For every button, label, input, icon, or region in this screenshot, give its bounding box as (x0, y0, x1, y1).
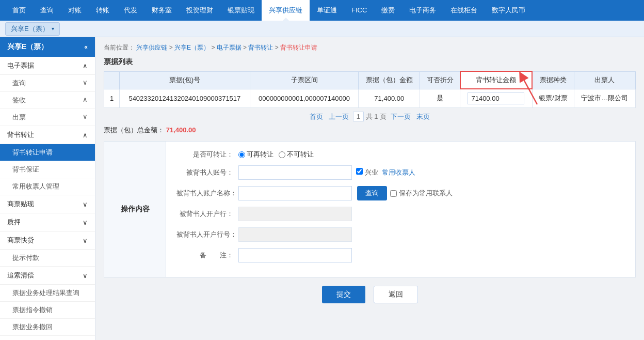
pagination: 首页 上一页 1 共 1 页 下一页 末页 (104, 112, 636, 121)
common-payee-link[interactable]: 常用收票人 (382, 168, 415, 176)
sidebar-section-quickloan[interactable]: 商票快贷 ∨ (0, 231, 95, 250)
nav-docs[interactable]: 单证通 (310, 0, 344, 21)
total-pages: 共 1 页 (366, 113, 387, 120)
ticket-table-wrapper: 票据(包)号 子票区间 票据（包）金额 可否折分 背书转让金额 票据种类 出票人… (104, 71, 636, 108)
breadcrumb-supply-chain[interactable]: 兴享供应链 (136, 44, 167, 51)
col-amount: 票据（包）金额 (359, 71, 420, 89)
sidebar-item-query[interactable]: 查询 ∨ (0, 75, 95, 92)
first-page-link[interactable]: 首页 (310, 113, 323, 120)
table-row: 1 540233201241320240109000371517 0000000… (104, 89, 636, 108)
sidebar: 兴享E（票） « 电子票据 ∧ 查询 ∨ 签收 ∧ 出票 ∨ 背书转让 ∧ 背书… (0, 37, 95, 340)
col-can-split: 可否折分 (420, 71, 460, 89)
nav-counter[interactable]: 在线柜台 (443, 0, 485, 21)
sidebar-item-revoke[interactable]: 票据指令撤销 (0, 302, 95, 319)
radio-transferable: 可再转让 不可转让 (238, 150, 314, 159)
nav-bills[interactable]: 银票贴现 (220, 0, 262, 21)
breadcrumb-ticket[interactable]: 兴享E（票） (174, 44, 210, 51)
cell-transfer-amount (460, 89, 532, 108)
ticket-table: 票据(包)号 子票区间 票据（包）金额 可否折分 背书转让金额 票据种类 出票人… (104, 71, 636, 108)
chevron-down-icon3: ∨ (83, 200, 88, 208)
sidebar-item-endorsement-guarantee[interactable]: 背书保证 (0, 161, 95, 178)
operation-form: 是否可转让： 可再转让 不可转让 被背书人账号： (166, 142, 635, 277)
col-drawer: 出票人 (574, 71, 635, 89)
sidebar-section-discount[interactable]: 商票贴现 ∨ (0, 195, 95, 213)
last-page-link[interactable]: 末页 (416, 113, 430, 120)
sub-nav-ticket[interactable]: 兴享E（票） ▾ (5, 22, 60, 36)
col-no (104, 71, 120, 89)
nav-ecommerce[interactable]: 电子商务 (402, 0, 443, 21)
operation-label: 操作内容 (104, 142, 166, 277)
radio-cannot-transfer[interactable]: 不可转让 (279, 150, 314, 159)
sidebar-section-recourse[interactable]: 追索清偿 ∨ (0, 267, 95, 285)
sidebar-section-pledge[interactable]: 质押 ∨ (0, 213, 95, 231)
form-row-remark: 备 注： (176, 248, 625, 262)
save-contact-label[interactable]: 保存为常用联系人 (390, 189, 453, 198)
nav-query[interactable]: 查询 (33, 0, 61, 21)
nav-ficc[interactable]: FICC (344, 0, 374, 21)
sub-navigation: 兴享E（票） ▾ (0, 21, 644, 37)
breadcrumb: 当前位置： 兴享供应链 > 兴享E（票） > 电子票据 > 背书转让 > 背书转… (104, 43, 636, 52)
nav-invest[interactable]: 投资理财 (179, 0, 220, 21)
account-hint: 兴业 常用收票人 (356, 168, 415, 177)
save-contact-checkbox[interactable] (390, 190, 397, 197)
label-bank-code: 被背书人开户行号： (176, 230, 238, 239)
label-name: 被背书人账户名称： (176, 189, 238, 198)
sidebar-section-bills[interactable]: 电子票据 ∧ (0, 57, 95, 75)
endorsee-bank-code-display (238, 227, 352, 242)
endorsement-label: 背书转让 (7, 130, 34, 140)
cancel-button[interactable]: 返回 (374, 286, 418, 303)
breadcrumb-ebills[interactable]: 电子票据 (217, 44, 242, 51)
total-label: 票据（包）总金额： (104, 126, 164, 134)
sidebar-item-withdraw[interactable]: 票据业务撤回 (0, 319, 95, 336)
sidebar-section-label: 电子票据 (7, 61, 34, 70)
breadcrumb-current: 背书转让申请 (280, 44, 317, 51)
label-remark: 备 注： (176, 251, 238, 260)
cell-sub-range: 000000000001,000007140000 (250, 89, 359, 108)
main-content: 当前位置： 兴享供应链 > 兴享E（票） > 电子票据 > 背书转让 > 背书转… (95, 37, 644, 340)
transfer-amount-input[interactable] (468, 92, 524, 104)
radio-can-transfer-input[interactable] (238, 151, 245, 158)
sidebar-item-prompt-payment[interactable]: 提示付款 (0, 250, 95, 267)
radio-cannot-transfer-input[interactable] (279, 151, 285, 158)
nav-finance[interactable]: 财务室 (144, 0, 179, 21)
sub-nav-label: 兴享E（票） (11, 24, 49, 34)
cell-can-split: 是 (420, 89, 460, 108)
sidebar-section-endorsement[interactable]: 背书转让 ∧ (0, 126, 95, 144)
current-page: 1 (353, 112, 364, 121)
sidebar-item-acceptance[interactable]: 签收 ∧ (0, 92, 95, 109)
breadcrumb-endorsement[interactable]: 背书转让 (248, 44, 273, 51)
nav-digital-rmb[interactable]: 数字人民币 (485, 0, 533, 21)
nav-payment[interactable]: 缴费 (374, 0, 402, 21)
endorsee-account-input[interactable] (238, 165, 352, 180)
form-row-name: 被背书人账户名称： 查询 保存为常用联系人 (176, 186, 625, 200)
col-ticket-no: 票据(包)号 (119, 71, 250, 89)
col-ticket-type: 票据种类 (532, 71, 574, 89)
sidebar-collapse-icon[interactable]: « (84, 43, 88, 51)
query-button[interactable]: 查询 (357, 186, 387, 200)
nav-transfer[interactable]: 转账 (89, 0, 117, 21)
nav-agency[interactable]: 代发 (117, 0, 144, 21)
nav-reconcile[interactable]: 对账 (61, 0, 89, 21)
sidebar-item-payee-mgmt[interactable]: 常用收票人管理 (0, 178, 95, 195)
endorsee-name-input[interactable] (238, 186, 352, 200)
submit-button[interactable]: 提交 (322, 286, 365, 303)
next-page-link[interactable]: 下一页 (391, 113, 411, 120)
sidebar-header: 兴享E（票） « (0, 37, 95, 57)
chevron-up-icon: ∧ (83, 62, 88, 70)
label-transferable: 是否可转让： (176, 150, 238, 159)
radio-can-transfer[interactable]: 可再转让 (238, 150, 273, 159)
prev-page-link[interactable]: 上一页 (329, 113, 349, 120)
label-account: 被背书人账号： (176, 168, 238, 177)
nav-home[interactable]: 首页 (5, 0, 33, 21)
bottom-actions: 提交 返回 (104, 286, 636, 303)
label-bank: 被背书人开户行： (176, 209, 238, 219)
sidebar-item-issue[interactable]: 出票 ∨ (0, 109, 95, 126)
sidebar-item-endorsement-apply[interactable]: 背书转让申请 (0, 144, 95, 161)
nav-supply-chain[interactable]: 兴享供应链 (262, 0, 310, 21)
sidebar-item-result-query[interactable]: 票据业务处理结果查询 (0, 285, 95, 302)
dropdown-arrow-icon: ▾ (52, 26, 54, 32)
xingye-checkbox[interactable] (356, 168, 363, 175)
remark-input[interactable] (238, 248, 352, 262)
chevron-down-icon6: ∨ (83, 272, 88, 280)
chevron-down-icon4: ∨ (83, 219, 88, 226)
